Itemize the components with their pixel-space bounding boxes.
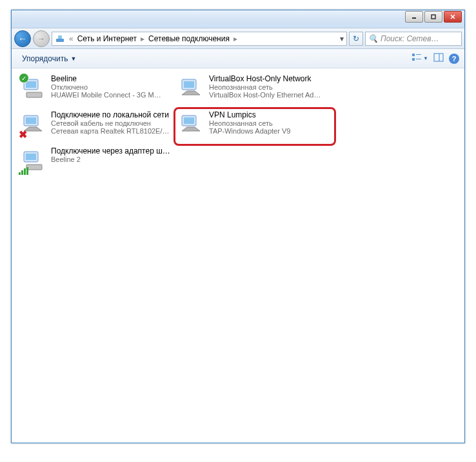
connection-icon xyxy=(178,74,205,101)
svg-rect-13 xyxy=(26,81,36,88)
svg-rect-1 xyxy=(431,15,435,19)
connection-icon xyxy=(20,146,47,174)
connection-icon: ✖ xyxy=(20,110,47,137)
maximize-icon xyxy=(430,14,437,20)
breadcrumb-sep-icon: ▸ xyxy=(232,34,239,43)
connection-name: Beeline xyxy=(51,74,174,83)
svg-rect-4 xyxy=(56,39,64,42)
refresh-icon: ↻ xyxy=(353,34,359,43)
minimize-button[interactable] xyxy=(405,11,423,23)
close-icon xyxy=(450,14,456,20)
connection-status: Неопознанная сеть xyxy=(209,83,332,91)
svg-rect-14 xyxy=(26,92,42,97)
help-icon: ? xyxy=(449,54,459,64)
arrow-left-icon: ← xyxy=(18,34,27,44)
connection-status: Отключено xyxy=(51,83,174,91)
svg-rect-9 xyxy=(416,59,421,59)
preview-pane-button[interactable] xyxy=(433,52,444,65)
navbar: ← → « Сеть и Интернет ▸ Сетевые подключе… xyxy=(12,28,464,49)
connection-item[interactable]: ✓ Beeline Отключено HUAWEI Mobile Connec… xyxy=(18,72,176,108)
connection-adapter: VirtualBox Host-Only Ethernet Ad… xyxy=(209,91,332,99)
nav-back-button[interactable]: ← xyxy=(14,30,31,47)
connection-item[interactable]: VirtualBox Host-Only Network Неопознанна… xyxy=(176,72,334,108)
connection-item[interactable]: Подключение через адаптер широкополосной… xyxy=(18,145,176,181)
connection-adapter: Сетевая карта Realtek RTL8102E/… xyxy=(51,127,174,135)
view-button[interactable]: ▼ xyxy=(412,52,428,65)
search-icon: 🔍 xyxy=(368,34,378,43)
connection-adapter: TAP-Windows Adapter V9 xyxy=(209,127,332,135)
connection-icon xyxy=(178,110,205,137)
breadcrumb-sep-icon: « xyxy=(68,34,75,43)
svg-rect-18 xyxy=(26,117,36,124)
minimize-icon xyxy=(411,14,417,20)
connection-icon: ✓ xyxy=(20,74,47,101)
view-icon xyxy=(412,52,422,65)
refresh-button[interactable]: ↻ xyxy=(349,32,363,46)
explorer-window: ← → « Сеть и Интернет ▸ Сетевые подключе… xyxy=(11,10,465,443)
breadcrumb-part2[interactable]: Сетевые подключения xyxy=(148,34,230,43)
svg-rect-10 xyxy=(434,54,443,61)
chevron-down-icon: ▼ xyxy=(423,55,428,61)
address-bar[interactable]: « Сеть и Интернет ▸ Сетевые подключения … xyxy=(52,32,347,46)
arrow-right-icon: → xyxy=(37,34,45,43)
svg-rect-7 xyxy=(416,54,421,55)
x-icon: ✖ xyxy=(19,128,29,139)
breadcrumb-sep-icon: ▸ xyxy=(139,34,146,43)
toolbar: Упорядочить ▼ ▼ ? xyxy=(12,49,464,68)
connection-name: Подключение через адаптер широкополосной… xyxy=(51,146,174,156)
connection-name: Подключение по локальной сети xyxy=(51,110,174,119)
svg-rect-8 xyxy=(412,58,415,61)
organize-label: Упорядочить xyxy=(22,54,68,63)
network-icon xyxy=(55,34,65,44)
maximize-button[interactable] xyxy=(424,11,442,23)
chevron-down-icon: ▼ xyxy=(70,55,76,62)
titlebar xyxy=(12,10,464,28)
search-placeholder: Поиск: Сетев… xyxy=(381,34,439,43)
connection-item[interactable]: ✖ Подключение по локальной сети Сетевой … xyxy=(18,108,176,145)
help-button[interactable]: ? xyxy=(449,54,459,64)
dropdown-icon[interactable]: ▾ xyxy=(340,34,344,43)
connection-status: Сетевой кабель не подключен xyxy=(51,119,174,127)
content-area: ✓ Beeline Отключено HUAWEI Mobile Connec… xyxy=(12,68,464,443)
connection-status: Beeline 2 xyxy=(51,156,174,163)
window-controls xyxy=(405,11,462,23)
svg-rect-6 xyxy=(412,54,415,56)
svg-rect-22 xyxy=(26,154,36,160)
svg-rect-16 xyxy=(184,81,194,88)
signal-bars-icon xyxy=(19,167,29,175)
connection-adapter: HUAWEI Mobile Connect - 3G M… xyxy=(51,91,174,99)
close-button[interactable] xyxy=(444,11,462,23)
connection-item-vpn[interactable]: VPN Lumpics Неопознанная сеть TAP-Window… xyxy=(176,108,334,145)
check-icon: ✓ xyxy=(19,73,29,83)
connection-status: Неопознанная сеть xyxy=(209,119,332,127)
nav-forward-button[interactable]: → xyxy=(33,30,50,47)
svg-rect-5 xyxy=(58,35,62,39)
connection-name: VirtualBox Host-Only Network xyxy=(209,74,332,83)
preview-icon xyxy=(433,52,444,65)
search-box[interactable]: 🔍 Поиск: Сетев… xyxy=(365,32,462,46)
connection-name: VPN Lumpics xyxy=(209,110,332,119)
organize-button[interactable]: Упорядочить ▼ xyxy=(17,52,81,65)
svg-rect-20 xyxy=(184,117,194,124)
breadcrumb-part1[interactable]: Сеть и Интернет xyxy=(77,34,137,43)
